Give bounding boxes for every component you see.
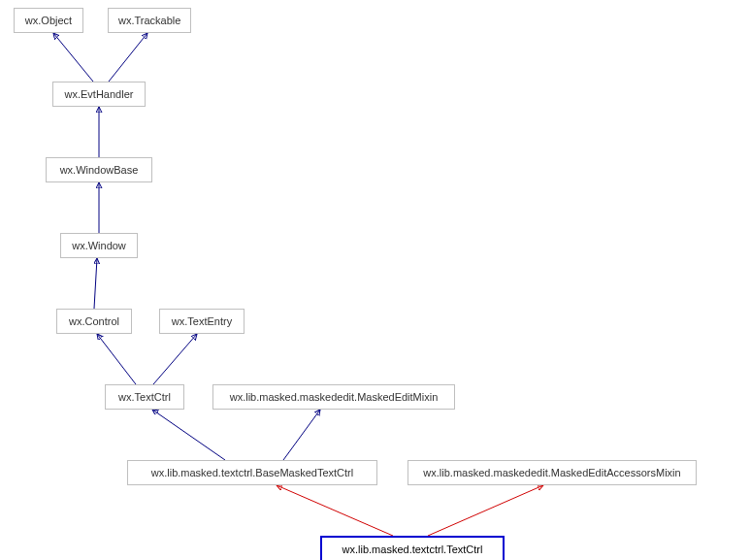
svg-line-9	[277, 485, 393, 536]
svg-line-1	[109, 33, 147, 82]
node-wx-evthandler[interactable]: wx.EvtHandler	[52, 82, 146, 107]
node-maskededitmixin[interactable]: wx.lib.masked.maskededit.MaskedEditMixin	[212, 384, 455, 410]
svg-line-5	[97, 334, 136, 384]
node-wx-control[interactable]: wx.Control	[56, 309, 132, 334]
node-wx-windowbase[interactable]: wx.WindowBase	[46, 157, 152, 182]
inheritance-diagram: wx.Object wx.Trackable wx.EvtHandler wx.…	[0, 0, 750, 560]
svg-line-4	[94, 258, 97, 309]
node-wx-textentry[interactable]: wx.TextEntry	[159, 309, 245, 334]
node-maskededitaccessorsmixin[interactable]: wx.lib.masked.maskededit.MaskedEditAcces…	[408, 460, 697, 485]
svg-line-8	[283, 410, 320, 460]
svg-line-0	[53, 33, 93, 82]
node-wx-textctrl[interactable]: wx.TextCtrl	[105, 384, 184, 410]
node-final-textctrl[interactable]: wx.lib.masked.textctrl.TextCtrl	[320, 536, 505, 560]
svg-line-7	[152, 410, 225, 460]
node-wx-window[interactable]: wx.Window	[60, 233, 138, 258]
node-basemaskedtextctrl[interactable]: wx.lib.masked.textctrl.BaseMaskedTextCtr…	[127, 460, 377, 485]
node-wx-object[interactable]: wx.Object	[14, 8, 83, 33]
svg-line-10	[428, 485, 543, 536]
node-wx-trackable[interactable]: wx.Trackable	[108, 8, 191, 33]
svg-line-6	[153, 334, 197, 384]
